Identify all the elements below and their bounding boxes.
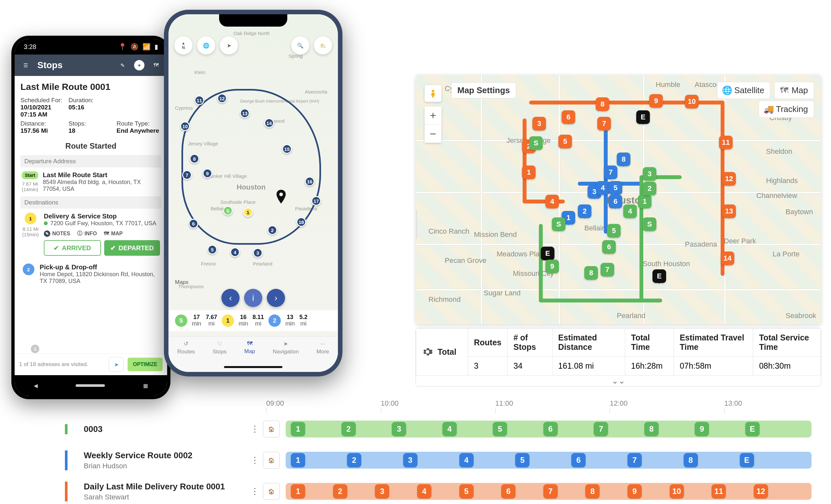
map-marker[interactable]: 9 <box>203 169 212 178</box>
map-marker[interactable]: 4 <box>623 204 637 218</box>
gear-icon[interactable] <box>422 346 433 357</box>
map-marker[interactable]: 6 <box>609 195 622 208</box>
map-marker[interactable]: 16 <box>305 177 315 186</box>
timeline-stop[interactable]: 1 <box>291 453 305 467</box>
map-marker[interactable]: 8 <box>617 152 630 166</box>
timeline-stop[interactable]: 6 <box>571 453 585 467</box>
map-toggle[interactable]: 🗺Map <box>774 82 814 99</box>
tracking-toggle[interactable]: 🚚Tracking <box>758 100 814 118</box>
navigate-icon[interactable]: ➤ <box>109 357 124 372</box>
timeline-stop[interactable]: E <box>740 453 754 467</box>
timeline-stop[interactable]: 8 <box>585 484 600 499</box>
map-marker-start[interactable]: S <box>529 136 543 150</box>
stop-card[interactable]: 2 Pick-up & Drop-offHome Depot, 11820 Di… <box>21 260 161 289</box>
search-icon[interactable]: 🔍 <box>291 36 309 55</box>
map-marker-end[interactable]: E <box>636 110 650 124</box>
map-marker[interactable]: 5 <box>609 181 622 195</box>
pegman-icon[interactable] <box>425 85 441 102</box>
tab-navigation[interactable]: ➤Navigation <box>273 340 299 355</box>
map-marker[interactable]: 2 <box>267 225 277 235</box>
map-marker[interactable]: 6 <box>562 110 575 124</box>
timeline-stop[interactable]: 9 <box>695 422 709 436</box>
map-marker[interactable]: 10 <box>180 121 190 131</box>
row-menu-button[interactable]: ⋮ <box>247 455 263 465</box>
home-icon[interactable]: 🏠 <box>263 483 280 500</box>
map-marker[interactable]: 9 <box>649 94 663 108</box>
timeline-stop[interactable]: 6 <box>501 484 515 499</box>
map-marker[interactable]: 5 <box>607 224 621 238</box>
map-marker[interactable]: 14 <box>264 118 274 128</box>
map-marker[interactable]: 6 <box>602 240 616 254</box>
map-marker[interactable]: 1 <box>243 207 253 217</box>
map-marker[interactable]: 7 <box>597 117 611 130</box>
map-marker[interactable]: 8 <box>190 154 199 164</box>
notes-chip[interactable]: ✎NOTES <box>44 230 70 237</box>
edit-icon[interactable]: ✎ <box>117 59 128 71</box>
map-marker[interactable]: 13 <box>240 109 250 118</box>
map-marker[interactable]: 4 <box>230 247 240 257</box>
arrived-button[interactable]: ✔ ARRIVED <box>44 240 101 256</box>
tab-map[interactable]: 🗺Map <box>245 340 255 355</box>
map-marker-end[interactable]: E <box>653 269 666 283</box>
map-marker[interactable]: 6 <box>189 219 198 229</box>
map-marker-start[interactable]: S <box>552 217 566 231</box>
next-stop-button[interactable]: › <box>267 289 285 307</box>
timeline-stop[interactable]: 6 <box>543 422 558 436</box>
stop-card[interactable]: 18.11 Mi(15min) Delivery & Service Stop … <box>21 209 161 260</box>
map-marker[interactable]: 11 <box>719 136 733 149</box>
satellite-toggle[interactable]: 🌐Satellite <box>717 82 771 99</box>
stop-progress-strip[interactable]: S17min7.67mi116min8.11mi213min5.2mi <box>169 310 338 331</box>
collapse-panel-handle[interactable]: « <box>416 211 417 239</box>
timeline-stop[interactable]: 4 <box>417 484 431 499</box>
back-icon[interactable]: ◀ <box>34 383 38 389</box>
timeline-stop[interactable]: 5 <box>459 484 474 499</box>
map-marker[interactable]: 7 <box>601 263 614 276</box>
timeline-track[interactable]: 12345678E <box>286 452 811 469</box>
map-marker[interactable]: 9 <box>545 260 559 273</box>
weather-icon[interactable]: ⛅ <box>314 36 332 55</box>
recent-icon[interactable]: ▦ <box>143 383 148 389</box>
timeline-stop[interactable]: 1 <box>291 422 305 436</box>
map-marker[interactable]: 11 <box>195 95 204 105</box>
expand-summary-button[interactable]: ⌄⌄ <box>416 376 821 386</box>
row-menu-button[interactable]: ⋮ <box>247 486 263 497</box>
timeline-stop[interactable]: 2 <box>333 484 347 499</box>
home-indicator[interactable] <box>224 366 282 368</box>
map-marker[interactable]: 13 <box>722 204 736 218</box>
timeline-stop[interactable]: 7 <box>594 422 608 436</box>
timeline-stop[interactable]: 10 <box>670 484 684 499</box>
map-marker[interactable]: 5 <box>558 135 572 148</box>
timeline-stop[interactable]: 8 <box>644 422 659 436</box>
map-marker[interactable]: 7 <box>182 170 192 180</box>
map-marker[interactable]: 3 <box>532 117 546 130</box>
timeline-stop[interactable]: E <box>745 422 760 436</box>
map-marker[interactable]: 8 <box>596 97 609 111</box>
timeline-stop[interactable]: 9 <box>628 484 642 499</box>
info-button[interactable]: i <box>244 289 262 307</box>
prev-stop-button[interactable]: ‹ <box>221 289 239 307</box>
map-marker[interactable]: 3 <box>253 248 263 258</box>
timeline-stop[interactable]: 8 <box>684 453 698 467</box>
tab-more[interactable]: ⋯More <box>316 340 329 355</box>
compass-icon[interactable]: ▲N <box>174 36 193 55</box>
timeline-stop[interactable]: 1 <box>291 484 305 499</box>
map-marker[interactable]: 15 <box>282 144 292 154</box>
start-stop-card[interactable]: Start7.67 Mi(14min) Last Mile Route Star… <box>21 168 161 196</box>
map-marker-end[interactable]: E <box>541 247 554 260</box>
map-marker[interactable]: 3 <box>643 167 656 181</box>
departed-button[interactable]: ✔ DEPARTED <box>104 240 160 256</box>
optimize-button[interactable]: OPTIMIZE <box>127 358 163 371</box>
home-icon[interactable] <box>76 384 105 387</box>
map-marker[interactable]: 4 <box>545 195 559 208</box>
map-marker[interactable]: 7 <box>604 166 618 179</box>
map-marker-start[interactable]: S <box>643 217 656 231</box>
map-marker[interactable]: 1 <box>522 166 536 179</box>
map-marker[interactable]: 14 <box>721 251 734 265</box>
route-map-panel[interactable]: Cypress Humble Atascocita Crosby Sheldon… <box>416 75 821 325</box>
map-marker[interactable]: 5 <box>207 245 217 255</box>
map-marker[interactable]: 4 <box>596 181 610 195</box>
map-marker[interactable]: 8 <box>584 266 598 280</box>
timeline-stop[interactable]: 7 <box>543 484 558 499</box>
map-marker[interactable]: 12 <box>217 93 227 103</box>
timeline-stop[interactable]: 4 <box>442 422 457 436</box>
